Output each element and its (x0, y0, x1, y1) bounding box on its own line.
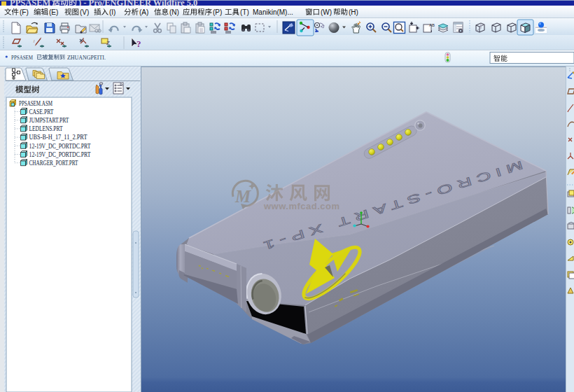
svg-text:12-19V_DC_PORTDC.PRT: 12-19V_DC_PORTDC.PRT (29, 143, 91, 150)
svg-text:(P): (P) (213, 8, 222, 16)
svg-text:M: M (234, 187, 251, 206)
svg-text:(I): (I) (109, 8, 115, 16)
svg-text:?: ? (136, 38, 141, 49)
svg-text:(N): (N) (169, 8, 179, 16)
svg-text:LEDLENS.PRT: LEDLENS.PRT (29, 125, 63, 132)
svg-text:12-19V_DC_PORTDC.PRT: 12-19V_DC_PORTDC.PRT (29, 151, 91, 158)
svg-text:UBS-B-H_17_11_2.PRT: UBS-B-H_17_11_2.PRT (29, 134, 88, 141)
svg-text:ZHUANGPEITI.: ZHUANGPEITI. (67, 54, 106, 61)
svg-text:PPSASEM: PPSASEM (11, 54, 33, 61)
svg-text:(H): (H) (349, 8, 358, 16)
svg-text:(T): (T) (240, 8, 249, 16)
svg-text:(A): (A) (139, 8, 148, 16)
svg-text:(W): (W) (321, 8, 332, 16)
svg-text:PPSASEM.ASM: PPSASEM.ASM (19, 100, 52, 107)
svg-text:JUMPSTART.PRT: JUMPSTART.PRT (29, 117, 69, 124)
svg-text:(F): (F) (20, 8, 29, 16)
svg-text:AB: AB (429, 23, 435, 27)
svg-text:(E): (E) (49, 8, 58, 16)
svg-text:CHARGER_PORT.PRT: CHARGER_PORT.PRT (29, 160, 78, 167)
svg-text:www.mfcad.com: www.mfcad.com (263, 201, 340, 211)
svg-text:(V): (V) (80, 8, 89, 16)
svg-text:CASE.PRT: CASE.PRT (29, 108, 54, 115)
svg-text:Manikin(M)...: Manikin(M)... (253, 8, 293, 16)
